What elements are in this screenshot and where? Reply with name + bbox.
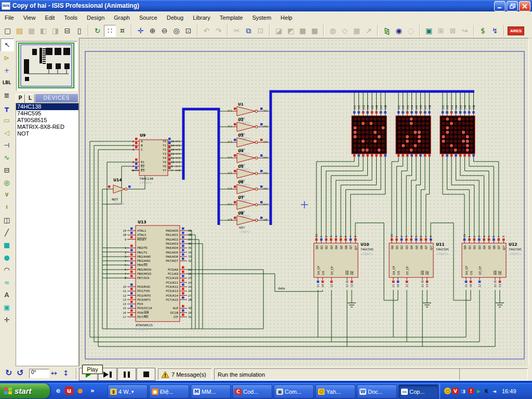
clock[interactable]: 16:49 [502,388,516,394]
virtual-instrument-tool-icon[interactable]: ◫ [1,214,13,226]
menu-tools[interactable]: Tools [59,13,82,22]
print-icon[interactable]: ⊟ [62,25,73,36]
zoom-out-icon[interactable]: ⊖ [159,25,170,36]
device-item-74hc595[interactable]: 74HC595 [16,110,78,117]
component-u10[interactable]: 15Q01Q12Q23Q34Q45Q56Q67Q79Q7'11SH_CP14DS… [314,234,374,287]
start-button[interactable]: start [0,383,50,398]
network-tray-icon[interactable]: ◨ [460,388,467,394]
component-tool-icon[interactable]: ⊳ [1,52,13,64]
undo-icon[interactable]: ↶ [201,25,212,36]
taskbar-button-2[interactable]: ●Điệ... [149,384,189,398]
marker-2d-tool-icon[interactable]: ✛ [1,314,13,326]
terminal-tool-icon[interactable]: ◁ [1,127,13,139]
rotate-ccw-button[interactable]: ↺ [17,368,23,378]
menu-help[interactable]: Help [276,13,297,22]
led-matrix-2[interactable]: H1H2H3H4H5H6H7H8 [396,105,431,157]
wire-autorouter-icon[interactable]: ⧎ [381,25,392,36]
close-button[interactable] [519,1,530,11]
volume-tray-icon[interactable]: ◄ [491,388,498,394]
menu-design[interactable]: Design [82,13,109,22]
taskbar-button-3[interactable]: MMM... [191,384,231,398]
restore-button[interactable] [507,1,518,11]
copy-icon[interactable]: ⧉ [243,25,254,36]
schematic-canvas[interactable]: 1A2B3C6E14E25E315H'1Y014H'2Y113H'3Y212H'… [79,38,529,367]
library-button[interactable]: L [25,94,35,103]
minimize-button[interactable] [494,1,506,11]
yahoo-messenger-tray-icon[interactable]: ☺ [444,388,451,394]
block-delete-icon[interactable]: ■ [309,25,320,36]
toggle-grid-icon[interactable]: ∷ [104,25,116,37]
make-device-icon[interactable]: ◇ [339,25,350,36]
zoom-in-icon[interactable]: ⊕ [147,25,158,36]
bill-of-materials-icon[interactable]: $ [477,25,488,36]
circle-2d-tool-icon[interactable]: ● [1,251,13,263]
antivirus-shield-tray-icon[interactable]: ! [468,388,474,394]
search-tag-icon[interactable]: ◉ [393,25,404,36]
menu-debug[interactable]: Debug [162,13,188,22]
box-2d-tool-icon[interactable]: ■ [1,239,13,251]
pick-devices-button[interactable]: P [16,94,25,103]
component-u9[interactable]: 1A2B3C6E14E25E315H'1Y014H'2Y113H'3Y212H'… [131,133,182,184]
component-u11[interactable]: 15Q01Q12Q23Q34Q45Q56Q67Q79Q7'11SH_CP14DS… [389,234,449,287]
new-file-icon[interactable]: ▢ [2,25,13,36]
line-2d-tool-icon[interactable]: ╱ [1,227,13,238]
menu-edit[interactable]: Edit [40,13,59,22]
selection-tool-icon[interactable]: ↖ [1,38,14,51]
graph-tool-icon[interactable]: ∿ [1,152,13,164]
taskbar-button-4[interactable]: CCod... [232,384,272,398]
internet-explorer-icon[interactable]: e [54,387,62,395]
menu-file[interactable]: File [0,13,19,22]
quick-launch-chevron[interactable]: » [88,387,97,395]
text-2d-tool-icon[interactable]: A [1,289,13,301]
redraw-icon[interactable]: ↻ [92,25,103,36]
stop-button[interactable] [137,368,155,381]
rotation-angle-field[interactable]: 0° [29,369,49,378]
device-pin-tool-icon[interactable]: ⊣ [1,139,13,151]
device-item-74hc138[interactable]: 74HC138 [16,103,78,110]
path-2d-tool-icon[interactable]: ∞ [1,276,13,288]
flip-horizontal-button[interactable]: ↔ [51,369,57,377]
current-probe-tool-icon[interactable]: I [1,202,13,214]
component-u14[interactable]: U14NOT<TEXT> [108,178,131,205]
symbol-2d-tool-icon[interactable]: ▣ [1,301,13,313]
menu-system[interactable]: System [247,13,276,22]
led-matrix-1[interactable]: H1H2H3H4H5H6H7H8 [352,105,387,157]
subcircuit-tool-icon[interactable]: ▭ [1,114,13,126]
menu-graph[interactable]: Graph [109,13,135,22]
zoom-area-icon[interactable]: ⊡ [183,25,194,36]
wire-label-tool-icon[interactable]: LBL [1,77,13,89]
taskbar-button-8[interactable]: isisCop... [398,384,438,398]
electrical-check-icon[interactable]: ↯ [489,25,500,36]
paste-icon[interactable]: ⊡ [255,25,266,36]
new-sheet-icon[interactable]: ⊞ [435,25,446,36]
goto-sheet-icon[interactable]: ↪ [459,25,470,36]
taskbar-button-7[interactable]: WDoc... [357,384,397,398]
device-item-at90s8515[interactable]: AT90S8515 [16,117,78,124]
menu-view[interactable]: View [19,13,41,22]
junction-dot-tool-icon[interactable]: + [1,64,13,76]
design-explorer-icon[interactable]: ▣ [423,25,434,36]
decompose-icon[interactable]: ↗ [363,25,374,36]
component-u13[interactable]: 19XTAL118XTAL29RESET1PB0/T02PB1/T13PB2/A… [123,220,192,331]
taskbar-button-5[interactable]: ▣Com... [274,384,314,398]
block-move-icon[interactable]: ◩ [285,25,296,36]
flip-vertical-button[interactable]: ↕ [63,369,69,377]
device-item-not[interactable]: NOT [16,130,78,137]
bus-tool-icon[interactable]: ┳ [1,102,13,114]
mark-print-area-icon[interactable]: ▯ [74,25,85,36]
kaspersky-tray-icon[interactable]: K [483,388,490,394]
origin-icon[interactable]: ¤ [117,25,128,36]
device-item-matrix-8x8-red[interactable]: MATRIX-8X8-RED [16,124,78,130]
tape-recorder-tool-icon[interactable]: ⊟ [1,164,13,176]
block-rotate-icon[interactable]: ■ [297,25,308,36]
remove-sheet-icon[interactable]: ⊠ [447,25,458,36]
component-u12[interactable]: 15Q01Q12Q23Q34Q45Q56Q67Q79Q7'11SH_CP14DS… [462,234,522,287]
title-bar[interactable]: isis Copy of hai - ISIS Professional (An… [0,0,532,11]
cut-icon[interactable]: ✂ [231,25,242,36]
taskbar-button-1[interactable]: ▮4 W.. ▾ [108,384,148,398]
menu-source[interactable]: Source [135,13,162,22]
import-section-icon[interactable]: ◧ [38,25,49,36]
pause-button[interactable] [117,368,136,381]
firefox-icon[interactable]: ● [76,387,84,395]
export-section-icon[interactable]: ◨ [50,25,61,36]
